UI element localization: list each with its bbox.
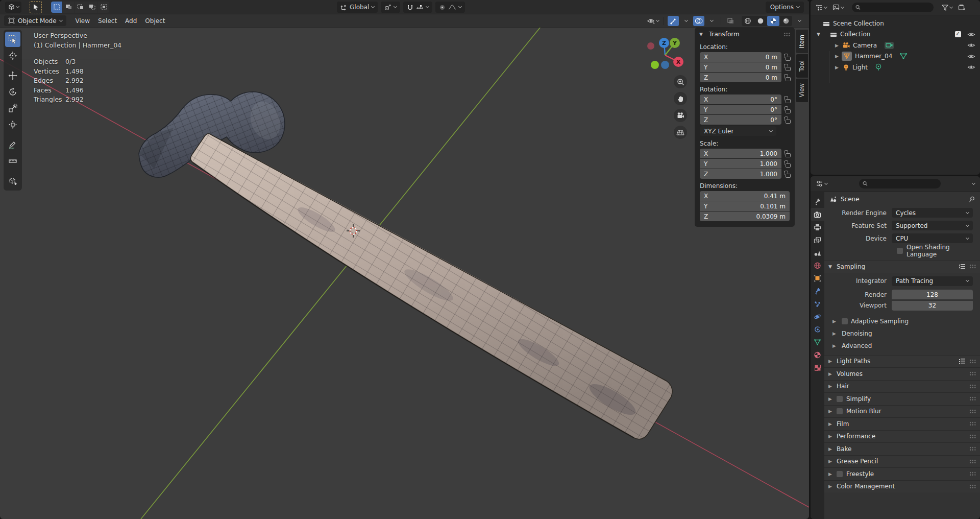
outliner-row-camera[interactable]: ▶ Camera	[811, 40, 980, 51]
dimensions-y-field[interactable]: Y0.101 m	[700, 201, 790, 211]
subpanel-denoising[interactable]: ▶ Denoising	[824, 327, 980, 340]
zoom-button[interactable]	[674, 75, 687, 88]
menu-select[interactable]: Select	[94, 16, 121, 26]
tool-annotate[interactable]	[5, 137, 20, 152]
drag-dots-icon[interactable]	[969, 446, 976, 451]
drag-dots-icon[interactable]	[783, 32, 790, 37]
menu-add[interactable]: Add	[121, 16, 141, 26]
mode-dropdown[interactable]: Object Mode	[4, 15, 66, 26]
feature-set-dropdown[interactable]: Supported	[892, 221, 973, 230]
select-mode-subtract[interactable]	[75, 2, 86, 13]
panel-motion-blur[interactable]: ▶ Motion Blur	[824, 405, 980, 418]
subpanel-adaptive-sampling[interactable]: ▶ Adaptive Sampling	[824, 315, 980, 327]
expand-icon[interactable]: ▶	[835, 65, 841, 70]
outliner-filter-dropdown[interactable]	[940, 4, 954, 12]
snap-dropdown[interactable]	[403, 2, 432, 13]
properties-options-dropdown[interactable]	[971, 182, 976, 185]
subpanel-advanced[interactable]: ▶ Advanced	[824, 340, 980, 352]
gizmos-toggle[interactable]	[668, 16, 679, 26]
rotation-x-field[interactable]: X0°	[700, 95, 781, 104]
overlays-toggle[interactable]	[693, 16, 704, 26]
collection-checkbox[interactable]	[955, 31, 961, 37]
lock-icon[interactable]	[786, 120, 791, 124]
hide-eye-icon[interactable]	[967, 32, 975, 37]
drag-dots-icon[interactable]	[969, 409, 976, 414]
outliner-search-input[interactable]	[863, 4, 930, 11]
new-collection-button[interactable]	[957, 3, 967, 12]
tab-object-properties[interactable]	[811, 272, 824, 285]
orientation-dropdown[interactable]: Global	[337, 2, 378, 13]
tool-measure[interactable]	[5, 153, 20, 169]
tab-modifier-properties[interactable]	[811, 285, 824, 297]
viewport-3d[interactable]: Global	[0, 0, 809, 519]
gizmo-axis-y[interactable]: Y	[670, 38, 680, 48]
device-dropdown[interactable]: CPU	[892, 233, 973, 243]
lock-icon[interactable]	[786, 174, 791, 178]
proportional-edit-group[interactable]	[435, 2, 465, 13]
tab-output-properties[interactable]	[811, 221, 824, 233]
light-data-icon[interactable]	[875, 63, 882, 71]
perspective-toggle-button[interactable]	[674, 126, 687, 139]
tab-render-properties[interactable]	[811, 208, 824, 221]
tool-scale[interactable]	[5, 101, 20, 116]
drag-dots-icon[interactable]	[969, 371, 976, 376]
tab-world-properties[interactable]	[811, 259, 824, 272]
integrator-dropdown[interactable]: Path Tracing	[892, 276, 973, 286]
outliner-display-mode-dropdown[interactable]	[814, 3, 828, 12]
drag-dots-icon[interactable]	[969, 434, 976, 439]
drag-dots-icon[interactable]	[969, 264, 976, 269]
camera-view-button[interactable]	[674, 109, 687, 122]
tab-view-layer-properties[interactable]	[811, 233, 824, 246]
adaptive-sampling-checkbox[interactable]	[842, 318, 848, 324]
tab-texture-properties[interactable]	[811, 361, 824, 374]
properties-editor-type-dropdown[interactable]	[814, 179, 829, 188]
rotation-z-field[interactable]: Z0°	[700, 115, 781, 125]
preset-icon[interactable]	[959, 264, 965, 269]
panel-color-management[interactable]: ▶ Color Management	[824, 480, 980, 493]
panel-grease-pencil[interactable]: ▶ Grease Pencil	[824, 455, 980, 468]
outliner-row-collection[interactable]: ▼ Collection	[811, 29, 980, 40]
scale-x-field[interactable]: X1.000	[700, 149, 781, 158]
panel-bake[interactable]: ▶ Bake	[824, 442, 980, 455]
freestyle-checkbox[interactable]	[837, 471, 843, 477]
active-tool-indicator[interactable]	[30, 1, 42, 13]
tool-rotate[interactable]	[5, 84, 20, 100]
outliner-row-light[interactable]: ▶ Light	[811, 62, 980, 73]
samples-viewport-field[interactable]: 32	[892, 301, 973, 311]
drag-dots-icon[interactable]	[969, 396, 976, 401]
render-engine-dropdown[interactable]: Cycles	[892, 208, 973, 218]
panel-performance[interactable]: ▶ Performance	[824, 430, 980, 443]
shading-solid-button[interactable]	[754, 16, 767, 26]
shading-wireframe-button[interactable]	[742, 16, 754, 26]
properties-search-input[interactable]	[870, 180, 937, 187]
shading-rendered-button[interactable]	[780, 16, 792, 26]
tool-select-box[interactable]	[5, 32, 20, 47]
gizmo-axis-x[interactable]: X	[673, 57, 683, 67]
location-z-field[interactable]: Z0 m	[700, 73, 781, 82]
hide-eye-icon[interactable]	[967, 42, 975, 48]
location-y-field[interactable]: Y0 m	[700, 62, 781, 72]
outliner-row-hammer[interactable]: ▶ Hammer_04	[811, 51, 980, 62]
motion-blur-checkbox[interactable]	[837, 408, 843, 414]
hide-eye-icon[interactable]	[967, 54, 975, 59]
dimensions-z-field[interactable]: Z0.0309 m	[700, 211, 790, 221]
pan-button[interactable]	[674, 92, 687, 105]
tab-physics-properties[interactable]	[811, 310, 824, 323]
select-mode-extend[interactable]	[63, 2, 74, 13]
select-mode-invert[interactable]	[86, 2, 97, 13]
drag-dots-icon[interactable]	[969, 359, 976, 364]
panel-hair[interactable]: ▶ Hair	[824, 380, 980, 393]
transform-panel-header[interactable]: ▼ Transform	[695, 28, 795, 41]
expand-icon[interactable]: ▶	[835, 43, 841, 48]
tab-view[interactable]: View	[796, 79, 808, 102]
gizmos-dropdown[interactable]	[680, 16, 692, 26]
dimensions-x-field[interactable]: X0.41 m	[700, 191, 790, 201]
overlays-dropdown[interactable]	[706, 16, 717, 26]
xray-toggle[interactable]	[725, 16, 736, 26]
tab-material-properties[interactable]	[811, 348, 824, 361]
lock-icon[interactable]	[786, 99, 791, 103]
rotation-y-field[interactable]: Y0°	[700, 105, 781, 114]
lock-icon[interactable]	[786, 163, 791, 168]
hide-eye-icon[interactable]	[967, 64, 975, 70]
tool-move[interactable]	[5, 68, 20, 83]
